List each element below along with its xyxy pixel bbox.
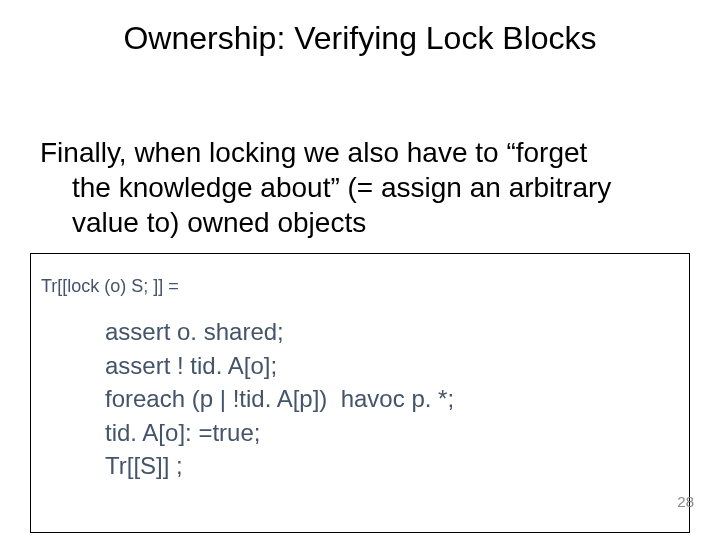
code-line: assert o. shared;	[105, 315, 679, 349]
para-line-1: Finally, when locking we also have to “f…	[40, 137, 587, 168]
page-number: 28	[677, 493, 694, 510]
code-line: assert ! tid. A[o];	[105, 349, 679, 383]
code-lines: assert o. shared; assert ! tid. A[o]; fo…	[41, 315, 679, 483]
body-paragraph: Finally, when locking we also have to “f…	[40, 135, 680, 240]
code-line: tid. A[o]: =true;	[105, 416, 679, 450]
code-box: Tr[[lock (o) S; ]] = assert o. shared; a…	[30, 253, 690, 533]
code-header: Tr[[lock (o) S; ]] =	[41, 276, 679, 297]
para-line-2: the knowledge about” (= assign an arbitr…	[40, 170, 680, 205]
code-line: foreach (p | !tid. A[p]) havoc p. *;	[105, 382, 679, 416]
code-line: Tr[[S]] ;	[105, 449, 679, 483]
para-line-3: value to) owned objects	[40, 205, 680, 240]
slide-title: Ownership: Verifying Lock Blocks	[0, 20, 720, 57]
slide: Ownership: Verifying Lock Blocks Finally…	[0, 0, 720, 540]
